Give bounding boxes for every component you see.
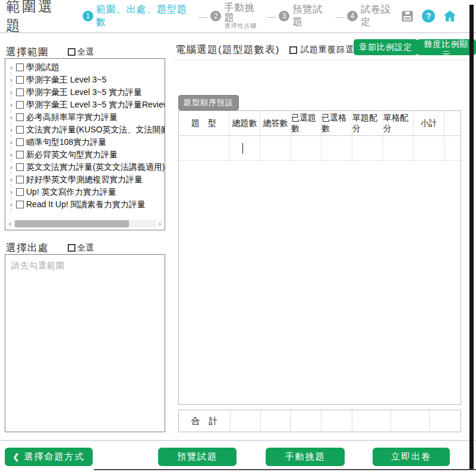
back-button-label: 選擇命題方式: [24, 451, 84, 463]
step-separator: —: [335, 11, 344, 21]
col-header-subtotal: 小計: [414, 111, 445, 135]
step-2-manual-pick[interactable]: 2 手動挑題 選擇性步驟: [210, 3, 264, 29]
duplicate-filter-checkbox[interactable]: [289, 46, 297, 54]
cell-selected-blanks[interactable]: [321, 136, 352, 160]
chapter-ratio-button[interactable]: 章節比例設定: [354, 39, 418, 55]
source-select-all-label: 全選: [77, 243, 94, 254]
total-cell: [391, 410, 430, 432]
expand-chevron-icon[interactable]: ›: [7, 63, 15, 72]
tree-item[interactable]: ›Up! 英文寫作力實力評量: [5, 186, 165, 198]
total-label: 合 計: [179, 410, 231, 432]
step-4-paper-settings[interactable]: 4 試卷設定: [347, 4, 401, 28]
step-2-label: 手動挑題: [224, 3, 264, 23]
scroll-left-icon[interactable]: ‹: [7, 220, 14, 227]
tree-item-checkbox[interactable]: [16, 138, 24, 146]
cell-selected-questions[interactable]: [291, 136, 321, 160]
step-separator: —: [198, 11, 207, 21]
tree-item[interactable]: ›必考高頻率單字實力評量: [5, 111, 165, 123]
help-icon[interactable]: ?: [422, 9, 435, 23]
total-cell: [430, 410, 461, 432]
range-select-all-checkbox[interactable]: [68, 48, 75, 56]
manual-pick-button[interactable]: 手動挑題: [266, 448, 345, 466]
expand-chevron-icon[interactable]: ›: [7, 113, 15, 122]
tree-item[interactable]: ›學測字彙王 Level 3~5 實力評量: [5, 86, 165, 99]
tree-item[interactable]: ›英文文法實力評量(英文文法講義適用): [5, 161, 165, 173]
tree-item[interactable]: ›好好學英文學測總複習實力評量: [5, 173, 165, 186]
step-4-label: 試卷設定: [361, 4, 401, 28]
source-placeholder: 請先勾選範圍: [5, 255, 165, 271]
question-order-default-button[interactable]: 題型順序預設: [178, 95, 239, 110]
tree-item-label: 學測字彙王 Level 3~5 實力評量Review: [26, 100, 165, 110]
step-3-preview[interactable]: 3 預覽試題: [279, 4, 332, 28]
tree-item[interactable]: ›瞄準句型108實力評量: [5, 136, 165, 148]
cell-total-questions-input[interactable]: [229, 136, 260, 160]
expand-chevron-icon[interactable]: ›: [7, 188, 15, 197]
total-cell: [261, 410, 291, 432]
col-header-question-type: 題 型: [179, 111, 229, 135]
total-row-table: 合 計: [178, 410, 461, 432]
tree-item-label: 新必背英文句型實力評量: [26, 150, 118, 160]
tree-item-label: 文法實力評量(KUSO英文法、文法開麥拉): [26, 125, 165, 135]
horizontal-scrollbar[interactable]: ‹ ›: [7, 219, 163, 228]
step-3-badge: 3: [279, 11, 289, 21]
preview-questions-button[interactable]: 預覽試題: [158, 448, 237, 466]
difficulty-ratio-button[interactable]: 難度比例顯示: [417, 39, 476, 55]
tree-item[interactable]: ›學測字彙王 Level 3~5: [5, 74, 165, 86]
tree-item-checkbox[interactable]: [16, 188, 24, 196]
question-type-table: 題 型 總題數 總答數 已選題數 已選格數 單題配分 單格配分 小計: [178, 110, 461, 405]
tree-item-checkbox[interactable]: [16, 151, 24, 159]
step-nav: 1 範圍、出處、題型題數 — 2 手動挑題 選擇性步驟 — 3 預覽試題 — 4…: [83, 3, 401, 29]
source-select-all-checkbox[interactable]: [68, 244, 75, 252]
table-input-row: [179, 136, 461, 161]
footer-divider: [0, 440, 476, 441]
expand-chevron-icon[interactable]: ›: [7, 150, 15, 159]
source-list-panel: 請先勾選範圍: [5, 254, 165, 432]
expand-chevron-icon[interactable]: ›: [7, 75, 15, 84]
tree-item-checkbox[interactable]: [16, 101, 24, 109]
tree-item-checkbox[interactable]: [16, 76, 24, 84]
save-icon[interactable]: [401, 9, 414, 23]
expand-chevron-icon[interactable]: ›: [7, 138, 15, 147]
range-select-all-label: 全選: [77, 47, 94, 58]
expand-chevron-icon[interactable]: ›: [7, 125, 15, 134]
cell-points-per-blank[interactable]: [383, 136, 414, 160]
home-icon[interactable]: [443, 9, 457, 23]
back-to-method-button[interactable]: ❮ 選擇命題方式: [5, 448, 93, 466]
step-3-label: 預覽試題: [292, 4, 332, 28]
tree-item[interactable]: ›學測字彙王 Level 3~5 實力評量Review: [5, 99, 165, 111]
tree-item[interactable]: ›文法實力評量(KUSO英文法、文法開麥拉): [5, 123, 165, 136]
scrollbar-track[interactable]: [14, 220, 156, 227]
tree-item-checkbox[interactable]: [16, 163, 24, 171]
step-separator: —: [267, 11, 276, 21]
cell-points-per-question[interactable]: [352, 136, 383, 160]
generate-paper-button[interactable]: 立即出卷: [373, 448, 450, 466]
cell-total-answers[interactable]: [260, 136, 291, 160]
tree-item-checkbox[interactable]: [16, 126, 24, 134]
tree-item-checkbox[interactable]: [16, 176, 24, 183]
expand-chevron-icon[interactable]: ›: [7, 175, 15, 184]
expand-chevron-icon[interactable]: ›: [7, 88, 15, 97]
tree-item-checkbox[interactable]: [16, 201, 24, 208]
tree-item-label: 必考高頻率單字實力評量: [26, 112, 118, 123]
expand-chevron-icon[interactable]: ›: [7, 163, 15, 172]
tree-item-checkbox[interactable]: [16, 113, 24, 121]
back-chevron-icon: ❮: [13, 452, 21, 461]
tree-item-checkbox[interactable]: [16, 88, 24, 96]
step-1-range[interactable]: 1 範圍、出處、題型題數: [83, 4, 196, 28]
tree-item[interactable]: ›新必背英文句型實力評量: [5, 148, 165, 161]
scroll-right-icon[interactable]: ›: [156, 220, 163, 227]
cell-blank: [445, 136, 461, 160]
range-section-header: 選擇範圍 全選: [6, 45, 94, 59]
tree-item[interactable]: ›Read It Up! 閱讀素養力實力評量: [5, 198, 165, 211]
expand-chevron-icon[interactable]: ›: [7, 200, 15, 209]
cell-subtotal[interactable]: [414, 136, 445, 160]
scrollbar-thumb[interactable]: [15, 220, 129, 227]
tree-item[interactable]: ›學測試題: [5, 61, 165, 74]
source-title: 選擇出處: [6, 241, 49, 255]
text-caret: [242, 143, 243, 154]
step-1-label: 範圍、出處、題型題數: [96, 4, 196, 28]
col-header-points-per-blank: 單格配分: [383, 111, 414, 135]
tree-item-checkbox[interactable]: [16, 64, 24, 71]
expand-chevron-icon[interactable]: ›: [7, 100, 15, 109]
cell-question-type[interactable]: [179, 136, 229, 160]
